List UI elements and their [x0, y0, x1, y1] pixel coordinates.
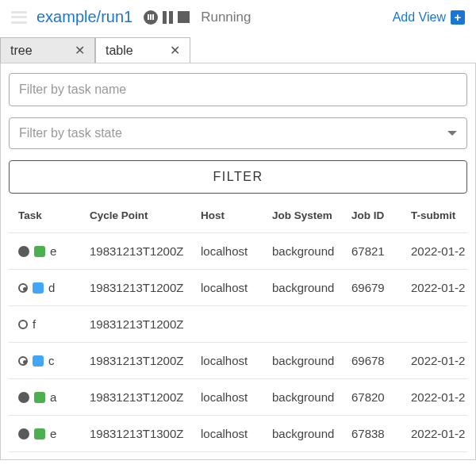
job-state-icon[interactable] — [33, 355, 44, 367]
cell-tsubmit: 2022-01-2 — [411, 281, 476, 294]
view-tabs: tree✕table✕ — [0, 37, 476, 63]
plus-icon: + — [451, 10, 465, 25]
job-state-icon[interactable] — [34, 428, 45, 440]
cell-tsubmit: 2022-01-2 — [411, 354, 476, 367]
task-state-icon[interactable] — [18, 246, 29, 257]
cell-system: background — [272, 354, 351, 367]
cell-cycle: 19831213T1200Z — [90, 244, 201, 258]
cell-host: localhost — [201, 427, 272, 440]
table-row[interactable]: a19831213T1300Zlocalhostbackground678242… — [9, 451, 467, 460]
task-name: f — [33, 317, 36, 331]
add-view-label: Add View — [393, 10, 446, 25]
table-row[interactable]: d19831213T1200Zlocalhostbackground696792… — [9, 269, 467, 305]
run-mode-icon[interactable] — [144, 10, 158, 25]
app-header: example/run1 Running Add View + — [0, 0, 476, 34]
pause-icon[interactable] — [163, 11, 173, 24]
chevron-down-icon — [447, 131, 457, 136]
filter-state-select[interactable]: Filter by task state — [9, 117, 467, 149]
task-cell: f — [18, 317, 90, 331]
tab-tree[interactable]: tree✕ — [0, 37, 95, 63]
task-cell: e — [18, 427, 90, 440]
job-state-icon[interactable] — [34, 246, 45, 257]
job-state-icon[interactable] — [34, 392, 45, 403]
tab-table[interactable]: table✕ — [95, 37, 190, 63]
workflow-breadcrumb[interactable]: example/run1 — [36, 8, 132, 26]
task-name: d — [48, 281, 55, 294]
col-system[interactable]: Job System — [272, 209, 351, 221]
cell-host: localhost — [201, 390, 272, 404]
task-cell: c — [18, 354, 90, 367]
col-task[interactable]: Task — [18, 209, 90, 221]
table-row[interactable]: f19831213T1200Z — [9, 305, 467, 342]
col-cycle[interactable]: Cycle Point — [90, 209, 201, 221]
task-state-icon[interactable] — [18, 283, 28, 293]
cell-host: localhost — [201, 244, 272, 258]
cell-cycle: 19831213T1200Z — [90, 317, 201, 331]
cell-cycle: 19831213T1300Z — [90, 427, 201, 440]
cell-jobid: 67820 — [351, 390, 411, 404]
col-jobid[interactable]: Job ID — [351, 209, 411, 221]
cell-system: background — [272, 244, 351, 258]
tab-label: tree — [10, 44, 33, 58]
task-name: e — [50, 244, 56, 258]
task-state-icon[interactable] — [18, 428, 29, 440]
cell-host: localhost — [201, 281, 272, 294]
tab-label: table — [106, 44, 133, 58]
stop-icon[interactable] — [178, 11, 190, 23]
cell-host: localhost — [201, 354, 272, 367]
table-panel: Filter by task state FILTER Task Cycle P… — [0, 63, 476, 460]
add-view-button[interactable]: Add View + — [393, 10, 465, 25]
cell-cycle: 19831213T1200Z — [90, 390, 201, 404]
col-tsubmit[interactable]: T-submit — [411, 209, 476, 221]
task-state-icon[interactable] — [18, 392, 29, 403]
workflow-status: Running — [201, 10, 251, 25]
workflow-controls — [144, 10, 190, 25]
cell-tsubmit: 2022-01-2 — [411, 427, 476, 440]
cell-system: background — [272, 281, 351, 294]
filter-name-input[interactable] — [9, 73, 467, 106]
task-cell: e — [18, 244, 90, 258]
close-icon[interactable]: ✕ — [170, 43, 180, 58]
cell-system: background — [272, 427, 351, 440]
job-state-icon[interactable] — [33, 282, 44, 294]
cell-system: background — [272, 390, 351, 404]
cell-cycle: 19831213T1200Z — [90, 281, 201, 294]
table-row[interactable]: e19831213T1300Zlocalhostbackground678382… — [9, 415, 467, 451]
cell-jobid: 67821 — [351, 244, 411, 258]
task-name: a — [50, 390, 56, 404]
task-name: e — [50, 427, 56, 440]
task-cell: d — [18, 281, 90, 294]
col-host[interactable]: Host — [201, 209, 272, 221]
cell-tsubmit: 2022-01-2 — [411, 390, 476, 404]
task-name: c — [48, 354, 55, 367]
cell-cycle: 19831213T1200Z — [90, 354, 201, 367]
table-row[interactable]: c19831213T1200Zlocalhostbackground696782… — [9, 342, 467, 378]
cell-jobid: 69679 — [351, 281, 411, 294]
cell-tsubmit: 2022-01-2 — [411, 244, 476, 258]
task-state-icon[interactable] — [18, 320, 28, 329]
table-row[interactable]: e19831213T1200Zlocalhostbackground678212… — [9, 232, 467, 269]
task-state-icon[interactable] — [18, 356, 28, 366]
cell-jobid: 67838 — [351, 427, 411, 440]
filter-button[interactable]: FILTER — [9, 160, 467, 194]
task-table: Task Cycle Point Host Job System Job ID … — [9, 202, 467, 460]
table-header-row: Task Cycle Point Host Job System Job ID … — [9, 202, 467, 232]
filter-state-placeholder: Filter by task state — [19, 126, 122, 140]
menu-icon[interactable] — [11, 11, 27, 24]
cell-jobid: 69678 — [351, 354, 411, 367]
task-cell: a — [18, 390, 90, 404]
close-icon[interactable]: ✕ — [75, 43, 85, 58]
table-row[interactable]: a19831213T1200Zlocalhostbackground678202… — [9, 378, 467, 415]
